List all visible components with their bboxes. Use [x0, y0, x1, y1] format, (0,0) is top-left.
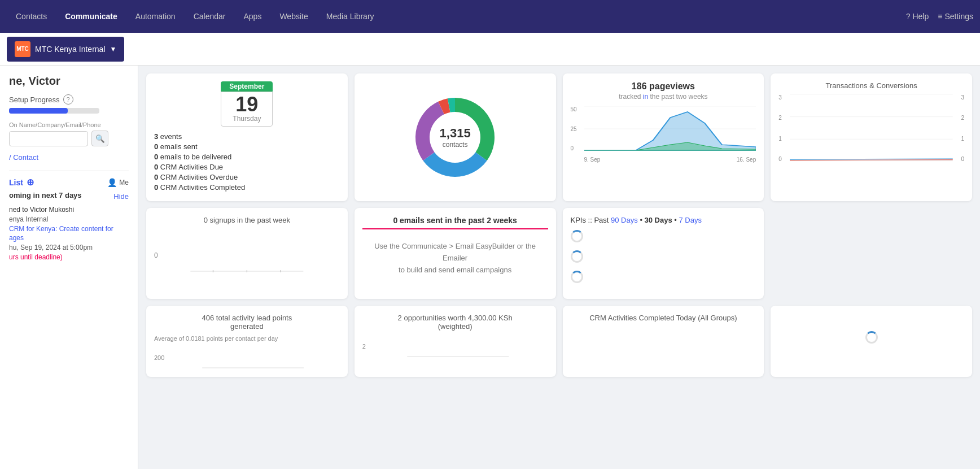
nav-item-website[interactable]: Website — [270, 0, 317, 33]
signups-title: 0 signups in the past week — [154, 216, 340, 224]
activity-title: 406 total activity lead points generated — [154, 314, 340, 331]
kpis-link-90[interactable]: 90 Days — [611, 216, 638, 224]
cal-stat-item: 0 emails sent — [154, 142, 340, 151]
pageviews-chart: 50 25 0 9. Sep 16. Sep — [571, 106, 756, 163]
emails-header: 0 emails sent in the past 2 weeks — [362, 216, 548, 229]
search-label: On Name/Company/Email/Phone — [9, 121, 129, 128]
activity-y-label: 200 — [154, 354, 164, 361]
kpis-header: KPIs :: Past 90 Days • 30 Days • 7 Days — [571, 216, 756, 224]
contacts-donut-card: 1,315 contacts — [355, 73, 556, 201]
opportunities-title: 2 opportunities worth 4,300.00 KSh (weig… — [362, 314, 548, 331]
opportunities-subtitle: (weighted) — [438, 322, 473, 331]
help-button[interactable]: ? Help — [906, 12, 929, 21]
list-header: List ⊕ 👤 Me — [9, 177, 129, 188]
help-icon: ? — [906, 12, 911, 21]
kpis-card: KPIs :: Past 90 Days • 30 Days • 7 Days — [563, 208, 764, 299]
help-label: Help — [912, 12, 929, 21]
y-label-50: 50 — [571, 106, 577, 112]
activity-card: 406 total activity lead points generated… — [146, 306, 348, 377]
search-row: 🔍 — [9, 131, 129, 146]
kpis-loading-3 — [571, 271, 756, 283]
chevron-down-icon: ▼ — [110, 45, 117, 53]
nav-label-automation: Automation — [135, 12, 176, 21]
signups-zero: 0 — [154, 251, 158, 259]
coming-up-label: oming in next 7 days — [9, 191, 82, 199]
sidebar: ne, Victor Setup Progress ? On Name/Comp… — [0, 66, 138, 469]
org-selector[interactable]: MTC MTC Kenya Internal ▼ — [7, 37, 124, 62]
nav-item-calendar[interactable]: Calendar — [185, 0, 235, 33]
tracked-text: tracked — [619, 93, 641, 101]
task-time: hu, Sep 19, 2024 at 5:00pm — [9, 243, 129, 253]
content-grid: September 19 Thursday 3 events0 emails s… — [138, 66, 980, 469]
me-badge[interactable]: 👤 Me — [107, 178, 129, 187]
spinner-3 — [571, 271, 583, 283]
x-label-sep16: 16. Sep — [737, 157, 756, 163]
last-card-loading — [865, 331, 878, 344]
empty-cell-r2c4 — [771, 208, 972, 299]
task-deadline: urs until deadline) — [9, 253, 129, 262]
activity-title-text: 406 total activity lead points — [202, 314, 292, 322]
nav-item-media-library[interactable]: Media Library — [317, 0, 383, 33]
plus-icon[interactable]: ⊕ — [27, 177, 34, 188]
list-title-text: List — [9, 178, 23, 187]
kpis-link-30[interactable]: 30 Days — [645, 216, 672, 224]
opportunities-y-label: 2 — [362, 343, 366, 350]
user-name: ne, Victor — [9, 75, 129, 88]
activity-avg: Average of 0.0181 points per contact per… — [154, 335, 340, 342]
setup-progress-help[interactable]: ? — [63, 94, 73, 105]
search-input[interactable] — [9, 131, 88, 146]
y-label-0: 0 — [571, 145, 577, 151]
crm-activities-title: CRM Activities Completed Today (All Grou… — [571, 314, 756, 322]
divider-1 — [9, 171, 129, 171]
pageviews-card: 186 pageviews tracked in the past two we… — [563, 73, 764, 201]
kpis-link-7[interactable]: 7 Days — [679, 216, 702, 224]
task-desc2: ages — [9, 233, 129, 243]
setup-progress-label: Setup Progress — [9, 95, 60, 104]
cal-stat-item: 3 events — [154, 132, 340, 141]
cal-header: September 19 Thursday — [154, 81, 340, 127]
search-icon: 🔍 — [95, 134, 105, 143]
cal-stat-item: 0 CRM Activities Due — [154, 163, 340, 171]
kpis-title-text: KPIs :: Past — [571, 216, 609, 224]
task-assigned: ned to Victor Mukoshi — [9, 205, 129, 215]
pageviews-y-labels: 50 25 0 — [571, 106, 577, 151]
progress-bar-container — [9, 108, 99, 114]
nav-item-apps[interactable]: Apps — [234, 0, 270, 33]
crm-activities-card: CRM Activities Completed Today (All Grou… — [563, 306, 764, 377]
search-button[interactable]: 🔍 — [91, 131, 108, 146]
emails-line2: Emailer — [362, 253, 548, 264]
rest-text: the past two weeks — [650, 93, 708, 101]
x-label-sep9: 9. Sep — [584, 157, 601, 163]
nav-item-automation[interactable]: Automation — [126, 0, 185, 33]
last-card — [771, 306, 972, 377]
spinner-2 — [571, 250, 583, 263]
kpis-loading-1 — [571, 230, 756, 242]
contact-link[interactable]: / Contact — [9, 153, 129, 162]
cal-stat-item: 0 CRM Activities Overdue — [154, 173, 340, 181]
nav-item-communicate[interactable]: Communicate — [56, 0, 126, 33]
nav-item-contacts[interactable]: Contacts — [7, 0, 56, 33]
nav-label-apps: Apps — [243, 12, 261, 21]
opportunities-title-text: 2 opportunities worth 4,300.00 KSh — [398, 314, 513, 322]
nav-label-communicate: Communicate — [65, 12, 117, 21]
cal-month-badge: September — [221, 81, 273, 92]
me-label: Me — [119, 179, 129, 186]
list-title[interactable]: List ⊕ — [9, 177, 34, 188]
transactions-svg — [790, 94, 953, 162]
top-navigation: Contacts Communicate Automation Calendar… — [0, 0, 980, 33]
signups-card: 0 signups in the past week 0 — [146, 208, 348, 299]
opportunities-card: 2 opportunities worth 4,300.00 KSh (weig… — [355, 306, 556, 377]
kpis-loading-2 — [571, 250, 756, 263]
transactions-card: Transactions & Conversions 3210 3210 — [771, 73, 972, 201]
org-name: MTC Kenya Internal — [35, 45, 106, 54]
signups-svg — [154, 240, 340, 274]
task-company: enya Internal — [9, 215, 129, 224]
settings-label: Settings — [944, 12, 973, 21]
cal-stat-item: 0 CRM Activities Completed — [154, 183, 340, 192]
donut-wrapper: 1,315 contacts — [404, 86, 506, 188]
in-text: in — [643, 93, 648, 101]
settings-button[interactable]: ≡ Settings — [938, 12, 973, 21]
me-icon: 👤 — [107, 178, 117, 187]
cal-date-box: 19 Thursday — [221, 92, 273, 127]
hide-button[interactable]: Hide — [113, 192, 129, 201]
